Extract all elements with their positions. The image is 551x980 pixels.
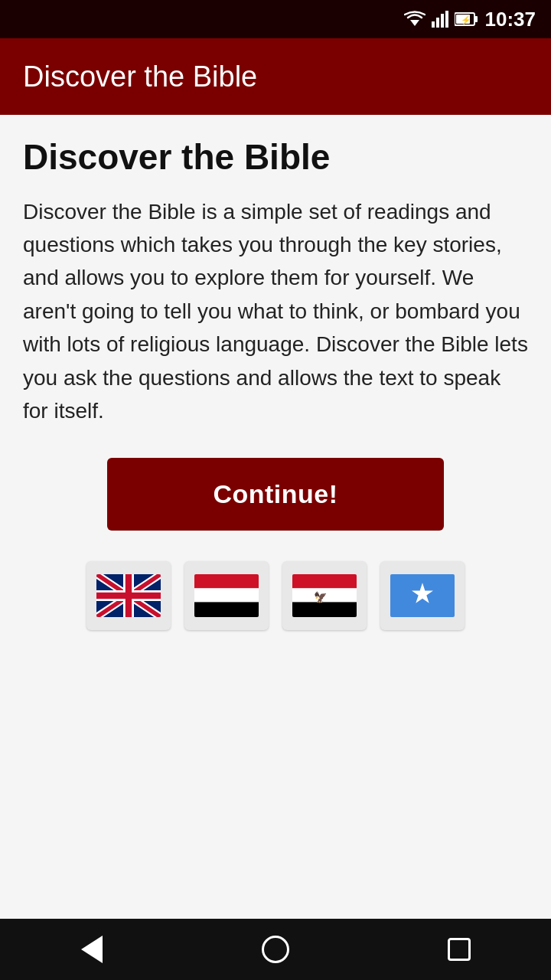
flags-row: 🦅 <box>23 561 528 630</box>
svg-rect-2 <box>436 18 439 28</box>
svg-rect-3 <box>441 14 444 28</box>
svg-rect-19 <box>194 589 259 604</box>
svg-rect-21 <box>292 574 357 590</box>
svg-marker-0 <box>410 20 419 26</box>
svg-text:⚡: ⚡ <box>461 15 471 25</box>
nav-bar <box>0 919 551 980</box>
egypt-flag-icon: 🦅 <box>292 574 357 617</box>
status-bar: ⚡ 10:37 <box>0 0 551 38</box>
svg-rect-1 <box>432 21 435 28</box>
svg-rect-7 <box>474 16 478 22</box>
svg-rect-17 <box>96 593 161 599</box>
battery-icon: ⚡ <box>455 12 479 26</box>
home-button[interactable] <box>253 926 298 972</box>
status-time: 10:37 <box>485 8 536 31</box>
recents-icon <box>448 938 471 961</box>
svg-rect-23 <box>292 603 357 618</box>
uk-flag-icon <box>96 574 161 617</box>
somalia-flag-icon <box>390 574 455 617</box>
yemen-flag-icon <box>194 574 259 617</box>
back-icon <box>81 936 103 963</box>
flag-button-somalia[interactable] <box>380 561 465 630</box>
home-icon <box>262 936 289 963</box>
page-description: Discover the Bible is a simple set of re… <box>23 195 528 428</box>
status-icons: ⚡ 10:37 <box>404 8 536 31</box>
flag-button-yemen[interactable] <box>184 561 269 630</box>
continue-button[interactable]: Continue! <box>107 458 444 531</box>
signal-icon <box>432 11 448 28</box>
app-bar: Discover the Bible <box>0 38 551 115</box>
app-bar-title: Discover the Bible <box>23 60 257 93</box>
svg-rect-20 <box>194 603 259 618</box>
svg-text:🦅: 🦅 <box>314 591 328 604</box>
main-content: Discover the Bible Discover the Bible is… <box>0 115 551 919</box>
flag-button-egypt[interactable]: 🦅 <box>282 561 367 630</box>
svg-rect-4 <box>445 11 448 28</box>
recents-button[interactable] <box>436 926 482 972</box>
page-heading: Discover the Bible <box>23 138 528 177</box>
svg-rect-18 <box>194 574 259 590</box>
back-button[interactable] <box>69 926 115 972</box>
flag-button-uk[interactable] <box>86 561 171 630</box>
wifi-icon <box>404 11 425 28</box>
